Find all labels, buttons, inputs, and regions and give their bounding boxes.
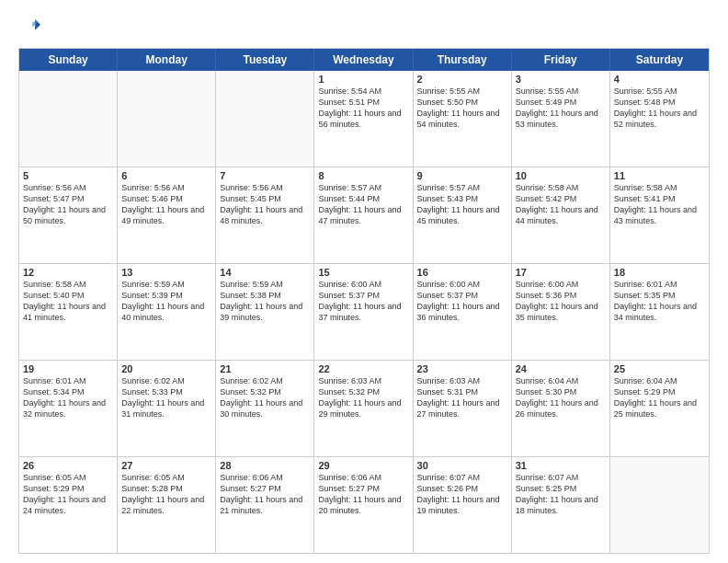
calendar-cell: 11Sunrise: 5:58 AM Sunset: 5:41 PM Dayli…: [610, 167, 709, 263]
cell-day-number: 1: [318, 74, 408, 85]
cell-day-number: 23: [417, 363, 507, 374]
calendar-cell: 14Sunrise: 5:59 AM Sunset: 5:38 PM Dayli…: [216, 264, 314, 360]
calendar-cell: 26Sunrise: 6:05 AM Sunset: 5:29 PM Dayli…: [19, 457, 118, 553]
calendar-cell: 21Sunrise: 6:02 AM Sunset: 5:32 PM Dayli…: [216, 361, 314, 456]
calendar-cell: 16Sunrise: 6:00 AM Sunset: 5:37 PM Dayli…: [414, 264, 512, 360]
page: SundayMondayTuesdayWednesdayThursdayFrid…: [0, 0, 728, 563]
calendar-cell: [118, 71, 216, 167]
cell-info-text: Sunrise: 5:55 AM Sunset: 5:50 PM Dayligh…: [417, 86, 507, 131]
cell-day-number: 28: [220, 460, 310, 471]
cell-day-number: 27: [121, 460, 211, 471]
cell-info-text: Sunrise: 6:00 AM Sunset: 5:36 PM Dayligh…: [516, 279, 606, 324]
cell-info-text: Sunrise: 5:56 AM Sunset: 5:47 PM Dayligh…: [23, 182, 113, 227]
calendar-cell: [216, 71, 314, 167]
cell-info-text: Sunrise: 6:03 AM Sunset: 5:32 PM Dayligh…: [318, 375, 408, 420]
cell-info-text: Sunrise: 5:55 AM Sunset: 5:48 PM Dayligh…: [614, 86, 705, 131]
cell-day-number: 13: [121, 267, 211, 278]
calendar-cell: 18Sunrise: 6:01 AM Sunset: 5:35 PM Dayli…: [610, 264, 709, 360]
cell-day-number: 10: [516, 170, 606, 181]
cell-day-number: 24: [516, 363, 606, 374]
header: [18, 17, 710, 40]
calendar-day-header: Sunday: [19, 49, 118, 71]
calendar-day-header: Friday: [512, 49, 610, 71]
calendar-cell: [610, 457, 709, 553]
cell-day-number: 4: [614, 74, 705, 85]
calendar-day-header: Monday: [118, 49, 216, 71]
calendar-day-header: Saturday: [610, 49, 709, 71]
cell-info-text: Sunrise: 5:55 AM Sunset: 5:49 PM Dayligh…: [516, 86, 606, 131]
calendar-cell: 20Sunrise: 6:02 AM Sunset: 5:33 PM Dayli…: [118, 361, 216, 456]
calendar-header: SundayMondayTuesdayWednesdayThursdayFrid…: [19, 49, 709, 71]
cell-day-number: 11: [614, 170, 705, 181]
calendar-cell: 6Sunrise: 5:56 AM Sunset: 5:46 PM Daylig…: [118, 167, 216, 263]
cell-day-number: 2: [417, 74, 507, 85]
cell-info-text: Sunrise: 6:04 AM Sunset: 5:29 PM Dayligh…: [614, 375, 705, 420]
calendar-day-header: Thursday: [414, 49, 512, 71]
cell-info-text: Sunrise: 6:05 AM Sunset: 5:29 PM Dayligh…: [23, 472, 113, 517]
calendar-cell: 28Sunrise: 6:06 AM Sunset: 5:27 PM Dayli…: [216, 457, 314, 553]
calendar: SundayMondayTuesdayWednesdayThursdayFrid…: [18, 48, 710, 554]
logo: [18, 17, 40, 40]
calendar-cell: 5Sunrise: 5:56 AM Sunset: 5:47 PM Daylig…: [19, 167, 118, 263]
cell-info-text: Sunrise: 6:01 AM Sunset: 5:34 PM Dayligh…: [23, 375, 113, 420]
cell-info-text: Sunrise: 5:56 AM Sunset: 5:46 PM Dayligh…: [121, 182, 211, 227]
calendar-week-row: 12Sunrise: 5:58 AM Sunset: 5:40 PM Dayli…: [19, 263, 709, 360]
calendar-cell: 8Sunrise: 5:57 AM Sunset: 5:44 PM Daylig…: [314, 167, 413, 263]
calendar-week-row: 5Sunrise: 5:56 AM Sunset: 5:47 PM Daylig…: [19, 167, 709, 263]
cell-day-number: 3: [516, 74, 606, 85]
calendar-week-row: 19Sunrise: 6:01 AM Sunset: 5:34 PM Dayli…: [19, 360, 709, 456]
cell-day-number: 8: [318, 170, 408, 181]
calendar-cell: 4Sunrise: 5:55 AM Sunset: 5:48 PM Daylig…: [610, 71, 709, 167]
cell-info-text: Sunrise: 6:01 AM Sunset: 5:35 PM Dayligh…: [614, 279, 705, 324]
cell-info-text: Sunrise: 5:54 AM Sunset: 5:51 PM Dayligh…: [318, 86, 408, 131]
calendar-cell: 13Sunrise: 5:59 AM Sunset: 5:39 PM Dayli…: [118, 264, 216, 360]
calendar-cell: 3Sunrise: 5:55 AM Sunset: 5:49 PM Daylig…: [512, 71, 610, 167]
cell-info-text: Sunrise: 5:56 AM Sunset: 5:45 PM Dayligh…: [220, 182, 310, 227]
calendar-cell: 7Sunrise: 5:56 AM Sunset: 5:45 PM Daylig…: [216, 167, 314, 263]
cell-info-text: Sunrise: 6:06 AM Sunset: 5:27 PM Dayligh…: [318, 472, 408, 517]
cell-info-text: Sunrise: 6:02 AM Sunset: 5:33 PM Dayligh…: [121, 375, 211, 420]
cell-day-number: 29: [318, 460, 408, 471]
cell-day-number: 25: [614, 363, 705, 374]
cell-day-number: 22: [318, 363, 408, 374]
cell-info-text: Sunrise: 5:57 AM Sunset: 5:44 PM Dayligh…: [318, 182, 408, 227]
cell-info-text: Sunrise: 5:57 AM Sunset: 5:43 PM Dayligh…: [417, 182, 507, 227]
calendar-week-row: 26Sunrise: 6:05 AM Sunset: 5:29 PM Dayli…: [19, 456, 709, 553]
calendar-cell: 1Sunrise: 5:54 AM Sunset: 5:51 PM Daylig…: [314, 71, 413, 167]
calendar-cell: 12Sunrise: 5:58 AM Sunset: 5:40 PM Dayli…: [19, 264, 118, 360]
cell-info-text: Sunrise: 5:59 AM Sunset: 5:39 PM Dayligh…: [121, 279, 211, 324]
cell-info-text: Sunrise: 6:07 AM Sunset: 5:26 PM Dayligh…: [417, 472, 507, 517]
calendar-cell: 22Sunrise: 6:03 AM Sunset: 5:32 PM Dayli…: [314, 361, 413, 456]
cell-info-text: Sunrise: 5:58 AM Sunset: 5:42 PM Dayligh…: [516, 182, 606, 227]
cell-day-number: 20: [121, 363, 211, 374]
cell-day-number: 26: [23, 460, 113, 471]
cell-day-number: 14: [220, 267, 310, 278]
cell-info-text: Sunrise: 6:05 AM Sunset: 5:28 PM Dayligh…: [121, 472, 211, 517]
calendar-cell: 2Sunrise: 5:55 AM Sunset: 5:50 PM Daylig…: [414, 71, 512, 167]
calendar-cell: 30Sunrise: 6:07 AM Sunset: 5:26 PM Dayli…: [414, 457, 512, 553]
cell-day-number: 7: [220, 170, 310, 181]
calendar-cell: 10Sunrise: 5:58 AM Sunset: 5:42 PM Dayli…: [512, 167, 610, 263]
cell-info-text: Sunrise: 6:03 AM Sunset: 5:31 PM Dayligh…: [417, 375, 507, 420]
cell-day-number: 12: [23, 267, 113, 278]
cell-day-number: 5: [23, 170, 113, 181]
logo-icon: [20, 17, 40, 37]
svg-marker-0: [35, 19, 40, 30]
cell-day-number: 15: [318, 267, 408, 278]
cell-info-text: Sunrise: 6:00 AM Sunset: 5:37 PM Dayligh…: [318, 279, 408, 324]
cell-day-number: 30: [417, 460, 507, 471]
cell-day-number: 19: [23, 363, 113, 374]
calendar-cell: 9Sunrise: 5:57 AM Sunset: 5:43 PM Daylig…: [414, 167, 512, 263]
calendar-cell: 27Sunrise: 6:05 AM Sunset: 5:28 PM Dayli…: [118, 457, 216, 553]
calendar-week-row: 1Sunrise: 5:54 AM Sunset: 5:51 PM Daylig…: [19, 71, 709, 167]
calendar-cell: 15Sunrise: 6:00 AM Sunset: 5:37 PM Dayli…: [314, 264, 413, 360]
calendar-cell: 29Sunrise: 6:06 AM Sunset: 5:27 PM Dayli…: [314, 457, 413, 553]
cell-day-number: 18: [614, 267, 705, 278]
calendar-cell: 25Sunrise: 6:04 AM Sunset: 5:29 PM Dayli…: [610, 361, 709, 456]
cell-info-text: Sunrise: 6:02 AM Sunset: 5:32 PM Dayligh…: [220, 375, 310, 420]
cell-info-text: Sunrise: 6:00 AM Sunset: 5:37 PM Dayligh…: [417, 279, 507, 324]
cell-day-number: 21: [220, 363, 310, 374]
calendar-cell: [19, 71, 118, 167]
calendar-cell: 31Sunrise: 6:07 AM Sunset: 5:25 PM Dayli…: [512, 457, 610, 553]
calendar-cell: 19Sunrise: 6:01 AM Sunset: 5:34 PM Dayli…: [19, 361, 118, 456]
